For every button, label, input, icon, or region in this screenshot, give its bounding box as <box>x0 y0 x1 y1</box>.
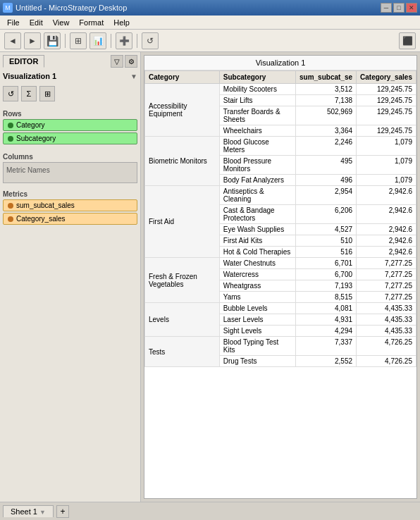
category-sales-chip[interactable]: Category_sales <box>3 213 137 225</box>
undo-icon[interactable]: ↺ <box>3 86 18 101</box>
columns-section: Columns Metric Names <box>3 150 137 183</box>
maximize-button[interactable]: □ <box>393 3 404 13</box>
rows-label: Rows <box>3 110 137 118</box>
subcategory-chip-label: Subcategory <box>16 135 56 142</box>
col-subcategory[interactable]: Subcategory <box>219 71 295 84</box>
toolbar: ◄ ► 💾 ⊞ 📊 ➕ ↺ ⬛ <box>0 30 420 52</box>
sum-cell: 7,138 <box>296 95 357 106</box>
sum-cell: 6,206 <box>296 205 357 224</box>
sum-subcat-chip[interactable]: sum_subcat_sales <box>3 199 137 211</box>
table-row: First AidAntiseptics & Cleaning2,9542,94… <box>145 186 416 205</box>
sum-chip-dot <box>8 203 13 209</box>
subcategory-cell: Blood Glucose Meters <box>219 137 295 156</box>
refresh-button[interactable]: ↺ <box>142 32 159 49</box>
category-chip[interactable]: Category <box>3 119 137 131</box>
subcategory-cell: Cast & Bandage Protectors <box>219 205 295 224</box>
export-button[interactable]: ⬛ <box>399 32 416 49</box>
right-panel: Visualization 1 Category Subcategory sum… <box>144 55 417 499</box>
subcategory-cell: Yams <box>219 292 295 303</box>
subcategory-cell: Blood Pressure Monitors <box>219 156 295 175</box>
sum-cell: 2,552 <box>296 356 357 367</box>
metrics-label: Metrics <box>3 190 137 198</box>
minimize-button[interactable]: ─ <box>381 3 392 13</box>
subcategory-cell: Water Chestnuts <box>219 258 295 269</box>
subcategory-cell: Hot & Cold Therapies <box>219 247 295 258</box>
sum-cell: 8,515 <box>296 292 357 303</box>
col-sum[interactable]: sum_subcat_se <box>296 71 357 84</box>
sum-cell: 4,294 <box>296 326 357 337</box>
close-button[interactable]: ✕ <box>406 3 417 13</box>
table-row: Accessibility EquipmentMobility Scooters… <box>145 84 416 95</box>
table-row: TestsBlood Typing Test Kits7,3374,726.25 <box>145 337 416 356</box>
back-button[interactable]: ◄ <box>4 32 21 49</box>
category-cell: Fresh & Frozen Vegetables <box>145 258 220 303</box>
sum-cell: 4,081 <box>296 303 357 314</box>
menu-bar: File Edit View Format Help <box>0 16 420 30</box>
cat-sales-cell: 2,942.6 <box>357 224 416 235</box>
forward-button[interactable]: ► <box>24 32 41 49</box>
chart-type-icon[interactable]: ⊞ <box>39 86 55 101</box>
columns-label: Columns <box>3 153 137 161</box>
subcategory-chip[interactable]: Subcategory <box>3 132 137 144</box>
table-row: Fresh & Frozen VegetablesWater Chestnuts… <box>145 258 416 269</box>
menu-edit[interactable]: Edit <box>25 17 47 28</box>
cat-sales-cell: 4,435.33 <box>357 303 416 314</box>
toolbar-sep-3 <box>137 34 137 48</box>
category-chip-label: Category <box>16 121 45 129</box>
sum-cell: 6,700 <box>296 269 357 280</box>
subcategory-cell: Mobility Scooters <box>219 84 295 95</box>
table-row: LevelsBubble Levels4,0814,435.33 <box>145 303 416 314</box>
cat-sales-cell: 2,942.6 <box>357 235 416 247</box>
sum-cell: 496 <box>296 175 357 186</box>
sum-chip-label: sum_subcat_sales <box>16 202 75 209</box>
viz-dropdown-icon: ▼ <box>130 73 137 80</box>
app-icon: M <box>3 3 13 13</box>
sum-cell: 7,193 <box>296 280 357 292</box>
filter-icon[interactable]: ▽ <box>111 55 123 68</box>
sheet-tab[interactable]: Sheet 1 ▼ <box>3 505 54 517</box>
sum-cell: 502,969 <box>296 106 357 125</box>
menu-help[interactable]: Help <box>109 17 134 28</box>
menu-file[interactable]: File <box>3 17 24 28</box>
col-category[interactable]: Category <box>145 71 220 84</box>
settings-icon[interactable]: ⚙ <box>125 55 137 68</box>
window-controls[interactable]: ─ □ ✕ <box>381 3 417 13</box>
add-sheet-button[interactable]: + <box>56 505 69 518</box>
cat-sales-cell: 7,277.25 <box>357 258 416 269</box>
viz-selector[interactable]: Visualization 1 ▼ <box>3 70 137 82</box>
sum-cell: 3,364 <box>296 125 357 137</box>
subcategory-cell: Wheelchairs <box>219 125 295 137</box>
grid-button[interactable]: ⊞ <box>70 32 87 49</box>
viz-title: Visualization 1 <box>3 72 56 80</box>
toolbar-sep-2 <box>111 34 111 48</box>
cat-sales-cell: 2,942.6 <box>357 186 416 205</box>
viz-controls: ↺ Σ ⊞ <box>3 86 137 101</box>
save-button[interactable]: 💾 <box>44 32 61 49</box>
category-cell: Levels <box>145 303 220 337</box>
menu-view[interactable]: View <box>49 17 74 28</box>
cat-sales-cell: 4,726.25 <box>357 356 416 367</box>
columns-box[interactable]: Metric Names <box>3 162 137 183</box>
cat-sales-cell: 2,942.6 <box>357 205 416 224</box>
cat-sales-cell: 129,245.75 <box>357 125 416 137</box>
subcategory-cell: Eye Wash Supplies <box>219 224 295 235</box>
cat-sales-cell: 129,245.75 <box>357 84 416 95</box>
category-cell: First Aid <box>145 186 220 258</box>
sum-cell: 6,701 <box>296 258 357 269</box>
col-cat-sales[interactable]: Category_sales <box>357 71 416 84</box>
category-chip-dot <box>8 123 13 128</box>
subcategory-cell: Transfer Boards & Sheets <box>219 106 295 125</box>
table-container[interactable]: Category Subcategory sum_subcat_se Categ… <box>144 70 416 498</box>
cat-sales-cell: 4,435.33 <box>357 326 416 337</box>
menu-format[interactable]: Format <box>75 17 108 28</box>
metrics-icon[interactable]: Σ <box>21 86 37 101</box>
cat-sales-cell: 129,245.75 <box>357 95 416 106</box>
cat-sales-cell: 7,277.25 <box>357 269 416 280</box>
editor-tab[interactable]: EDITOR <box>3 55 44 68</box>
add-button[interactable]: ➕ <box>116 32 132 49</box>
data-table: Category Subcategory sum_subcat_se Categ… <box>144 70 416 367</box>
window-title: Untitled - MicroStrategy Desktop <box>16 4 127 12</box>
chart-button[interactable]: 📊 <box>89 32 106 49</box>
category-cell: Biometric Monitors <box>145 137 220 186</box>
left-panel: EDITOR ▽ ⚙ Visualization 1 ▼ ↺ Σ ⊞ Rows … <box>0 52 141 502</box>
